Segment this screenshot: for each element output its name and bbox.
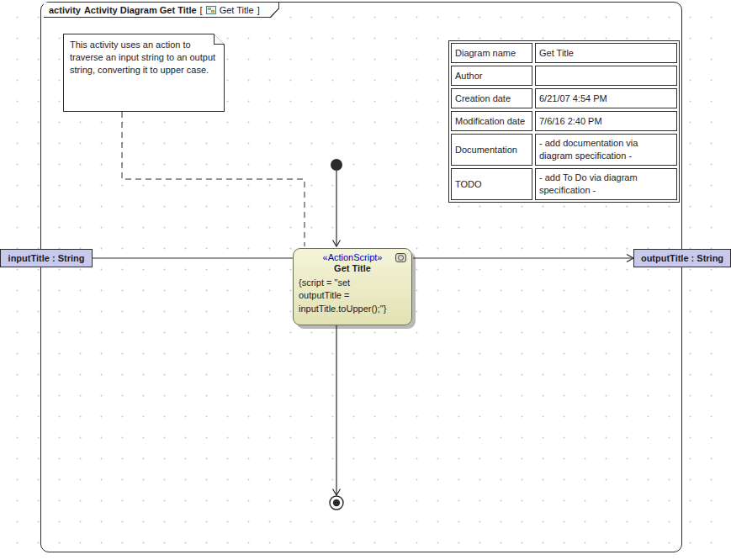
comment-note-text: This activity uses an action to traverse… — [70, 40, 215, 75]
diagram-info-table[interactable]: Diagram name Get Title Author Creation d… — [448, 40, 680, 203]
action-script-line1: {script = "set — [299, 277, 411, 289]
action-script-text: {script = "set outputTitle = inputTitle.… — [294, 277, 411, 315]
frame-keyword: activity — [49, 5, 81, 15]
table-value-documentation: - add documentation via diagram specific… — [535, 134, 677, 166]
table-label-diagram-name: Diagram name — [451, 43, 532, 63]
comment-note[interactable]: This activity uses an action to traverse… — [63, 34, 225, 112]
frame-context-close: ] — [257, 5, 260, 15]
table-label-documentation: Documentation — [451, 134, 532, 166]
action-script-line3: inputTitle.toUpper();"} — [299, 303, 411, 315]
table-label-todo: TODO — [451, 168, 532, 200]
parameter-node-input[interactable]: inputTitle : String — [0, 249, 93, 267]
table-label-creation-date: Creation date — [451, 88, 532, 108]
table-value-author — [535, 66, 677, 86]
frame-context-open: [ — [200, 5, 203, 15]
frame-tab-content: activity Activity Diagram Get Title [ Ge… — [44, 3, 278, 17]
table-value-modification-date: 7/6/16 2:40 PM — [535, 111, 677, 131]
parameter-input-label: inputTitle : String — [8, 253, 85, 263]
activity-diagram-icon — [206, 6, 216, 14]
table-value-diagram-name: Get Title — [535, 43, 677, 63]
action-node-get-title[interactable]: «ActionScript» Get Title {script = "set … — [293, 248, 412, 325]
table-value-creation-date: 6/21/07 4:54 PM — [535, 88, 677, 108]
comment-note-body: This activity uses an action to traverse… — [64, 34, 224, 111]
table-label-author: Author — [451, 66, 532, 86]
table-value-todo: - add To Do via diagram specification - — [535, 168, 677, 200]
parameter-node-output[interactable]: outputTitle : String — [633, 249, 731, 267]
parameter-output-label: outputTitle : String — [641, 253, 723, 263]
action-script-line2: outputTitle = — [299, 289, 411, 302]
action-name: Get Title — [294, 263, 411, 273]
frame-context-name: Get Title — [220, 5, 254, 15]
frame-tab[interactable]: activity Activity Diagram Get Title [ Ge… — [44, 3, 279, 18]
frame-name: Activity Diagram Get Title — [84, 5, 197, 15]
diagram-canvas[interactable]: activity Activity Diagram Get Title [ Ge… — [0, 0, 731, 560]
action-stereotype: «ActionScript» — [294, 252, 411, 262]
table-label-modification-date: Modification date — [451, 111, 532, 131]
actionscript-icon — [395, 253, 406, 262]
